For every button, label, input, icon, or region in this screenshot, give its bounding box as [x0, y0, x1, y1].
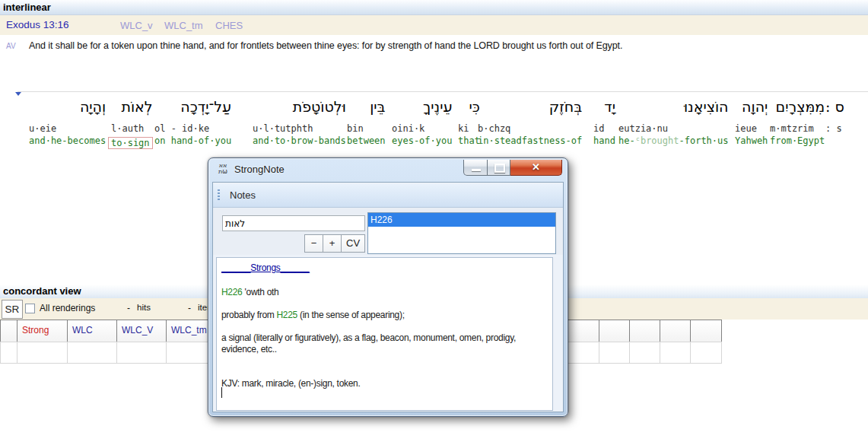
selected-gloss-box: to·sign — [108, 137, 153, 149]
strongnote-app-icon: אא תω — [216, 163, 230, 176]
table-header-cell[interactable] — [567, 320, 599, 342]
maximize-button[interactable] — [488, 160, 510, 176]
note-line: a signal (literally or figuratively), as… — [221, 332, 547, 355]
dialog-title: StrongNote — [234, 164, 285, 175]
transliteration-text: eutzia·nu — [618, 123, 729, 135]
interlinear-word[interactable]: עַל־יָדְכָהol - id·keon hand-of·you — [154, 98, 231, 146]
decrement-button[interactable]: − — [304, 234, 323, 253]
interlinear-word[interactable]: לְאוֹתl·authto·sign — [111, 98, 153, 149]
transliteration-text: oini·k — [392, 123, 452, 135]
hebrew-text: כִּי — [458, 98, 480, 123]
caption-buttons: ✕ — [463, 160, 562, 176]
strongs-link[interactable]: ______Strongs______ — [221, 262, 310, 273]
interlinear-word[interactable]: יְהוָהieueYahweh — [735, 98, 768, 146]
interlinear-word[interactable]: בֵּיןbinbetween — [347, 98, 386, 146]
gloss-text: in·steadfastness-of — [478, 135, 582, 146]
strongs-list[interactable]: H226 — [367, 212, 556, 254]
app-window: interlinear Exodus 13:16 WLC_v WLC_tm CH… — [0, 0, 868, 442]
table-cell — [67, 342, 117, 364]
note-line: KJV: mark, miracle, (en-)sign, token. — [221, 378, 547, 390]
sr-button[interactable]: SR — [2, 300, 23, 319]
dropdown-arrow-icon[interactable] — [15, 92, 21, 96]
minimize-icon — [472, 169, 481, 171]
transliteration-text: ieue — [735, 123, 768, 135]
gloss-text: he-ᶜbrought-forth·us — [618, 135, 729, 146]
close-button[interactable]: ✕ — [510, 160, 562, 176]
interlinear-divider — [17, 91, 868, 92]
interlinear-word[interactable]: ס :: s — [825, 98, 844, 135]
gloss-text: and·he-becomes — [29, 135, 106, 146]
gloss-text: between — [347, 135, 386, 146]
gloss-text: and·to·brow-bands — [253, 135, 346, 146]
hebrew-text: עַל־יָדְכָה — [154, 98, 231, 123]
table-cell — [690, 342, 722, 364]
table-cell — [17, 342, 68, 364]
toolbar-grip-icon[interactable] — [218, 189, 220, 202]
gloss-text: from·Egypt — [770, 135, 825, 146]
hebrew-text: וְהָיָה — [29, 98, 106, 123]
cv-button[interactable]: CV — [341, 234, 365, 253]
lexeme-input[interactable] — [222, 215, 365, 231]
verse-row: AV And it shall be for a token upon thin… — [0, 40, 868, 56]
all-renderings-checkbox[interactable] — [25, 304, 35, 313]
notes-toolbar[interactable]: Notes — [213, 184, 563, 208]
table-header-cell[interactable]: WLC_V — [116, 320, 167, 342]
reference-bar: Exodus 13:16 WLC_v WLC_tm CHES — [0, 15, 868, 35]
notes-toolbar-label: Notes — [230, 189, 256, 201]
gloss-text: that — [458, 135, 480, 146]
table-cell — [660, 342, 691, 364]
table-header-cell[interactable]: WLC — [67, 320, 117, 342]
hebrew-text: יָד — [593, 98, 615, 123]
close-icon: ✕ — [510, 161, 561, 173]
strongnote-dialog[interactable]: אא תω StrongNote ✕ Notes −+CV H226 — [208, 157, 568, 417]
concordant-view-title: concordant view — [3, 285, 81, 297]
interlinear-word[interactable]: וּלְטוֹטָפֹתu·l·tutphthand·to·brow-bands — [253, 98, 346, 146]
hebrew-text: הוֹצִיאָנוּ — [618, 98, 729, 123]
table-cell — [599, 342, 630, 364]
interlinear-word[interactable]: וְהָיָהu·eieand·he-becomes — [29, 98, 106, 146]
table-cell — [0, 342, 17, 364]
interlinear-word[interactable]: הוֹצִיאָנוּeutzia·nuhe-ᶜbrought-forth·us — [618, 98, 729, 146]
transliteration-text: bin — [347, 123, 386, 135]
table-header-cell[interactable]: Strong — [17, 320, 68, 342]
verse-reference[interactable]: Exodus 13:16 — [6, 19, 69, 30]
interlinear-word[interactable]: עֵינֶיךָoini·keyes-of·you — [392, 98, 452, 146]
transliteration-text: ki — [458, 123, 480, 135]
hebrew-text: מִמִּצְרָיִם — [770, 98, 825, 123]
table-cell — [567, 342, 599, 364]
table-header-cell[interactable] — [0, 320, 17, 342]
hebrew-text: בְּחֹזֶק — [478, 98, 582, 123]
window-titlebar[interactable]: interlinear — [0, 0, 868, 15]
note-line: H226 'owth oth — [221, 287, 547, 298]
nav-link-wlc-v[interactable]: WLC_v — [120, 20, 153, 31]
window-title: interlinear — [3, 2, 51, 13]
column-header-label: WLC_tm — [171, 325, 207, 335]
table-header-cell[interactable] — [690, 320, 722, 342]
version-label[interactable]: AV — [6, 42, 16, 50]
hits-label: hits — [137, 303, 151, 312]
interlinear-word[interactable]: מִמִּצְרָיִםm·mtzrimfrom·Egypt — [770, 98, 825, 146]
column-header-label: Strong — [22, 325, 49, 335]
table-header-cell[interactable] — [660, 320, 691, 342]
gloss-text: on hand-of·you — [154, 135, 231, 146]
gloss-text: eyes-of·you — [392, 135, 452, 146]
maximize-icon — [494, 164, 505, 173]
nav-link-wlc-tm[interactable]: WLC_tm — [164, 20, 203, 31]
minimize-button[interactable] — [463, 160, 488, 176]
interlinear-word[interactable]: בְּחֹזֶקb·chzqin·steadfastness-of — [478, 98, 582, 146]
table-header-cell[interactable] — [629, 320, 660, 342]
table-header-cell[interactable] — [599, 320, 630, 342]
nav-link-ches[interactable]: CHES — [215, 20, 243, 31]
hebrew-text: בֵּין — [347, 98, 386, 123]
interlinear-word[interactable]: יָדidhand — [593, 98, 615, 146]
note-editor[interactable]: ______Strongs______ H226 'owth othprobab… — [216, 257, 553, 411]
hebrew-text: יְהוָה — [735, 98, 768, 123]
strongs-list-item[interactable]: H226 — [368, 213, 555, 227]
gloss-text: hand — [593, 135, 615, 146]
increment-button[interactable]: + — [323, 234, 342, 253]
items-count: - — [188, 303, 191, 313]
interlinear-word[interactable]: כִּיkithat — [458, 98, 480, 146]
transliteration-text: ol - id·ke — [154, 123, 231, 135]
column-header-label: WLC_V — [122, 325, 153, 335]
transliteration-text: l·auth — [111, 123, 153, 135]
